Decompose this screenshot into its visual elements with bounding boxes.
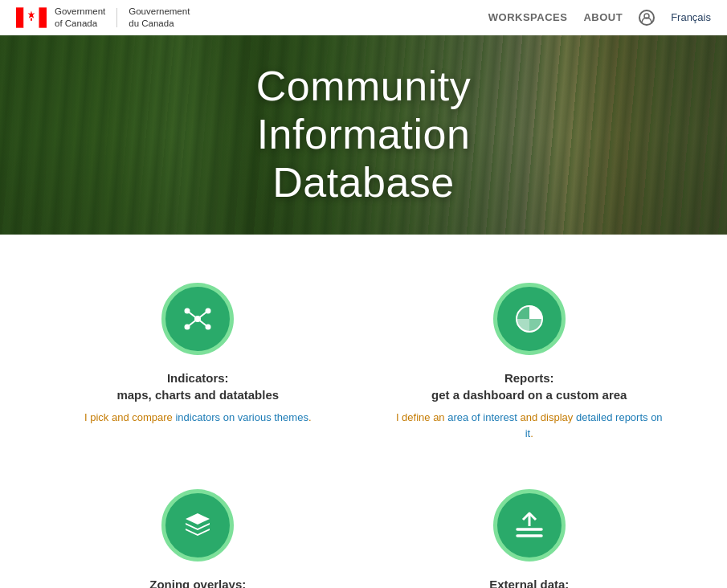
- reports-area-link[interactable]: area of interest: [447, 411, 517, 423]
- hero-title: Community Information Database: [256, 63, 471, 206]
- canada-flag-icon: [16, 4, 47, 31]
- external-card[interactable]: External data: upload and map I import p…: [380, 473, 680, 588]
- header-nav: WORKSPACES ABOUT Français: [488, 10, 711, 26]
- zoning-icon: [161, 489, 234, 561]
- svg-rect-0: [16, 7, 24, 27]
- government-text: Government of Canada: [55, 6, 105, 30]
- gouvernement-text: Gouvernement du Canada: [129, 6, 190, 30]
- zoning-card[interactable]: Zoning overlays: display and compare I m…: [48, 473, 348, 588]
- svg-line-12: [198, 311, 208, 319]
- language-toggle[interactable]: Français: [671, 11, 711, 23]
- indicators-desc[interactable]: I pick and compare indicators on various…: [84, 410, 312, 426]
- indicators-card[interactable]: Indicators: maps, charts and datatables …: [48, 267, 348, 465]
- svg-line-13: [187, 319, 198, 327]
- svg-rect-4: [31, 18, 32, 20]
- svg-line-11: [187, 311, 198, 319]
- hero-banner: Community Information Database: [0, 35, 727, 235]
- reports-desc[interactable]: I define an area of interest and display…: [396, 410, 664, 441]
- indicators-link[interactable]: indicators on various themes: [175, 411, 308, 423]
- reports-title: Reports: get a dashboard on a custom are…: [431, 370, 627, 403]
- feature-grid: Indicators: maps, charts and datatables …: [0, 235, 727, 588]
- workspaces-nav-link[interactable]: WORKSPACES: [488, 11, 568, 23]
- svg-line-14: [198, 319, 208, 327]
- indicators-title: Indicators: maps, charts and datatables: [116, 370, 279, 403]
- reports-card[interactable]: Reports: get a dashboard on a custom are…: [380, 267, 680, 465]
- logo-area: Government of Canada Gouvernement du Can…: [16, 4, 190, 31]
- site-header: Government of Canada Gouvernement du Can…: [0, 0, 727, 35]
- reports-icon: [493, 283, 566, 355]
- about-nav-link[interactable]: ABOUT: [583, 11, 623, 23]
- zoning-title: Zoning overlays: display and compare: [138, 576, 258, 588]
- external-title: External data: upload and map: [483, 576, 575, 588]
- user-profile-icon[interactable]: [639, 10, 655, 26]
- external-icon: [493, 489, 566, 561]
- indicators-icon: [161, 283, 234, 355]
- svg-rect-2: [39, 7, 47, 27]
- svg-marker-16: [186, 513, 210, 525]
